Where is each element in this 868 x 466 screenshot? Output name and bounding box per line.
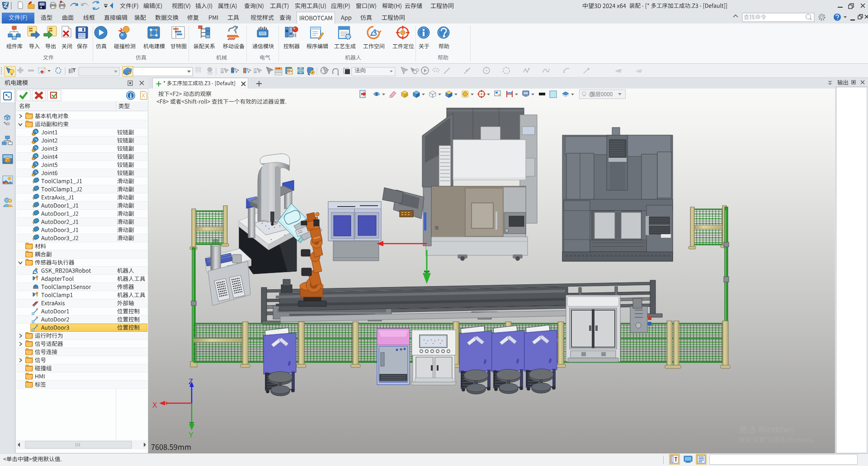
svg-text:X: X [152, 401, 157, 409]
svg-text:Z: Z [189, 378, 193, 386]
svg-text:Y: Y [189, 431, 193, 439]
